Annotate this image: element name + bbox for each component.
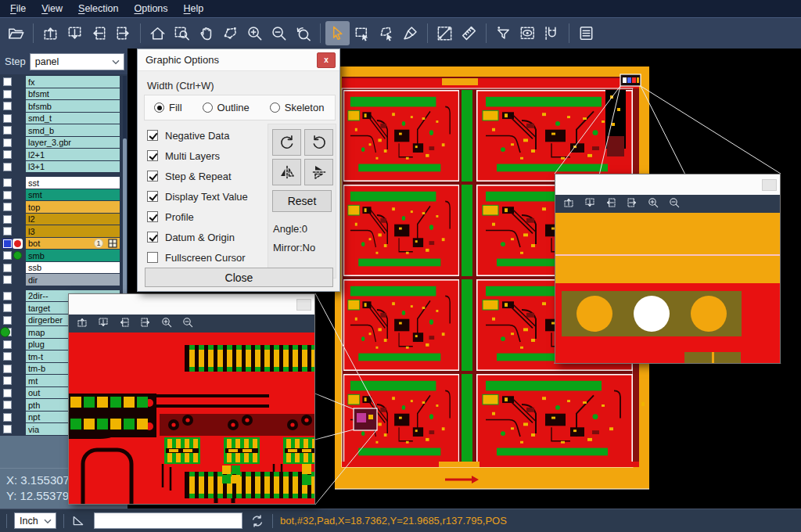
toolbar-zoom-in-button[interactable] — [242, 21, 267, 45]
layer-name-l3[interactable]: l3 — [26, 225, 120, 237]
layer-name-sst[interactable]: sst — [26, 177, 120, 189]
layer-name-smd_t[interactable]: smd_t — [26, 113, 120, 124]
toolbar-open-file-button[interactable] — [4, 21, 28, 45]
option-negative-data[interactable]: Negative Data — [147, 125, 248, 146]
layer-visibility-checkbox-tm-t[interactable] — [3, 352, 12, 361]
toolbar-move-down-button[interactable] — [63, 21, 87, 45]
layer-row-dir[interactable]: dir — [0, 274, 128, 286]
toolbar-snap-button[interactable] — [540, 21, 564, 45]
rotate-ccw-button[interactable] — [304, 129, 333, 156]
layer-name-top[interactable]: top — [26, 201, 120, 213]
magnifier-arrow-box-left-button[interactable] — [605, 196, 617, 212]
toolbar-select-rect-button[interactable] — [350, 21, 374, 45]
layer-row-sst[interactable]: sst — [0, 177, 128, 189]
menu-file[interactable]: File — [3, 2, 34, 16]
layer-visibility-checkbox-smd_t[interactable] — [3, 114, 12, 123]
layer-visibility-checkbox-l3+1[interactable] — [3, 163, 12, 171]
magnifier-zoom-in-button[interactable] — [160, 316, 173, 332]
magnifier-window-left[interactable] — [68, 293, 315, 505]
checkbox[interactable] — [147, 130, 158, 141]
layer-visibility-checkbox-layer_3.gbr[interactable] — [3, 138, 12, 147]
command-input[interactable] — [94, 512, 242, 529]
layer-row-l2+1[interactable]: l2+1 — [0, 149, 128, 160]
layer-visibility-checkbox-plug[interactable] — [3, 340, 12, 349]
layer-row-l2[interactable]: l2 — [0, 214, 128, 225]
magnifier-window-right[interactable] — [555, 174, 781, 364]
layer-row-l3[interactable]: l3 — [0, 225, 128, 237]
unit-select[interactable]: Inch — [14, 512, 56, 529]
layer-visibility-checkbox-smt[interactable] — [3, 191, 12, 200]
magnifier-title-bar[interactable] — [555, 174, 780, 195]
layer-name-dir[interactable]: dir — [26, 274, 120, 286]
checkbox[interactable] — [147, 252, 158, 263]
magnifier-arrow-box-right-button[interactable] — [626, 196, 638, 212]
magnifier-arrow-box-left-button[interactable] — [118, 316, 131, 332]
layer-visibility-checkbox-2dir--[interactable] — [3, 292, 12, 300]
dialog-close-button[interactable]: x — [317, 52, 336, 68]
layer-name-l2[interactable]: l2 — [26, 214, 120, 225]
magnifier-zoom-out-button[interactable] — [181, 316, 194, 332]
toolbar-move-up-button[interactable] — [38, 21, 63, 45]
layer-visibility-checkbox-pth[interactable] — [3, 401, 12, 409]
layer-visibility-checkbox-l3[interactable] — [3, 227, 12, 235]
layer-name-ssb[interactable]: ssb — [26, 262, 120, 274]
layer-name-smd_b[interactable]: smd_b — [26, 124, 120, 136]
toolbar-filter-button[interactable] — [491, 21, 515, 45]
step-select[interactable]: panel — [30, 53, 124, 70]
layer-row-layer_3.gbr[interactable]: layer_3.gbr — [0, 137, 128, 149]
layer-name-bfsmt[interactable]: bfsmt — [26, 88, 120, 100]
layer-name-bot[interactable]: bot1 — [26, 238, 120, 250]
checkbox[interactable] — [147, 211, 158, 222]
menu-view[interactable]: View — [34, 2, 71, 16]
layer-name-l2+1[interactable]: l2+1 — [26, 149, 120, 160]
toolbar-zoom-window-button[interactable] — [170, 21, 194, 45]
toolbar-select-polygon-button[interactable] — [374, 21, 398, 45]
toolbar-layers-panel-button[interactable] — [574, 21, 598, 45]
layer-row-smd_b[interactable]: smd_b — [0, 124, 128, 136]
menu-options[interactable]: Options — [127, 2, 176, 16]
toolbar-zoom-previous-button[interactable] — [291, 21, 315, 45]
toolbar-preview-button[interactable] — [515, 21, 540, 45]
checkbox[interactable] — [147, 191, 158, 202]
radio-skeleton[interactable]: Skeleton — [270, 102, 325, 113]
toolbar-zoom-home-button[interactable] — [145, 21, 170, 45]
layer-visibility-checkbox-target[interactable] — [3, 304, 12, 312]
option-step-repeat[interactable]: Step & Repeat — [147, 166, 248, 186]
layer-visibility-checkbox-fx[interactable] — [3, 77, 12, 86]
layer-visibility-checkbox-l2+1[interactable] — [3, 150, 12, 159]
toolbar-select-cursor-button[interactable] — [325, 21, 350, 45]
menu-help[interactable]: Help — [177, 2, 213, 16]
layer-visibility-checkbox-sst[interactable] — [3, 178, 12, 187]
checkbox[interactable] — [147, 150, 158, 161]
checkbox[interactable] — [147, 171, 158, 182]
layer-visibility-checkbox-smd_b[interactable] — [3, 126, 12, 135]
toolbar-move-right-button[interactable] — [111, 21, 135, 45]
layer-name-l3+1[interactable]: l3+1 — [26, 161, 120, 173]
layer-visibility-checkbox-smb[interactable] — [3, 251, 12, 260]
step-repeat-grid-icon[interactable] — [108, 239, 117, 248]
radio-fill[interactable]: Fill — [154, 102, 182, 113]
magnifier-system-button[interactable] — [296, 299, 311, 311]
layer-row-fx[interactable]: fx — [0, 76, 128, 88]
magnifier-arrow-box-down-button[interactable] — [97, 316, 110, 332]
magnifier-arrow-box-up-button[interactable] — [76, 316, 88, 332]
toolbar-pan-button[interactable] — [194, 21, 218, 45]
toolbar-measure-ruler-button[interactable] — [457, 21, 481, 45]
layer-row-smd_t[interactable]: smd_t — [0, 113, 128, 124]
layer-visibility-checkbox-via[interactable] — [3, 425, 12, 433]
layer-name-layer_3.gbr[interactable]: layer_3.gbr — [26, 137, 120, 149]
toolbar-zoom-polygon-button[interactable] — [218, 21, 242, 45]
rotate-cw-button[interactable] — [272, 129, 301, 156]
layer-visibility-checkbox-ssb[interactable] — [3, 264, 12, 272]
layer-row-bfsmb[interactable]: bfsmb — [0, 100, 128, 112]
layer-name-smb[interactable]: smb — [26, 250, 120, 261]
layer-visibility-checkbox-top[interactable] — [3, 203, 12, 211]
layer-row-top[interactable]: top — [0, 201, 128, 213]
layer-row-l3+1[interactable]: l3+1 — [0, 161, 128, 173]
layer-name-smt[interactable]: smt — [26, 189, 120, 201]
option-datum-origin[interactable]: Datum & Origin — [147, 227, 248, 247]
mirror-horizontal-button[interactable] — [272, 159, 301, 185]
magnifier-arrow-box-up-button[interactable] — [562, 196, 575, 212]
option-fullscreen-cursor[interactable]: Fullscreen Cursor — [147, 247, 248, 268]
magnifier-system-button[interactable] — [762, 179, 777, 191]
